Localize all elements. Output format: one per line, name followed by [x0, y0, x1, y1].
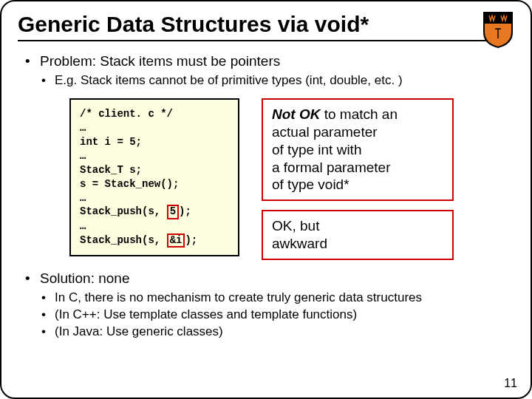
code-highlight-5: 5 [167, 205, 179, 219]
princeton-shield-icon [482, 10, 514, 49]
slide-frame: Generic Data Structures via void* Proble… [0, 0, 532, 399]
code-line: Stack_push(s, [80, 234, 167, 246]
note-text: awkward [272, 236, 327, 251]
note-text: of type void* [272, 177, 349, 192]
slide-body: Problem: Stack items must be pointers E.… [1, 46, 531, 339]
bullet-problem-sub: E.g. Stack items cannot be of primitive … [40, 72, 511, 88]
bullet-solution-sub: In C, there is no mechanism to create tr… [40, 290, 511, 305]
code-highlight-ampi: &i [167, 233, 185, 248]
problem-heading: Problem: Stack items must be pointers [40, 53, 280, 69]
bullet-solution-sub: (In C++: Use template classes and templa… [40, 307, 511, 322]
example-row: /* client. c */ … int i = 5; … Stack_T s… [69, 98, 511, 259]
bullet-solution: Solution: none In C, there is no mechani… [25, 270, 511, 340]
note-text: of type int with [272, 142, 361, 157]
note-text: actual parameter [272, 124, 378, 140]
note-not-ok: Not OK to match an actual parameter of t… [262, 98, 454, 201]
code-line: … [80, 220, 86, 232]
bullet-problem: Problem: Stack items must be pointers E.… [25, 53, 511, 260]
code-line: int i = 5; [80, 136, 142, 148]
code-line: Stack_push(s, [80, 205, 167, 217]
solution-heading: Solution: none [40, 270, 130, 286]
code-line: … [80, 150, 86, 162]
code-line: ); [179, 205, 191, 217]
note-text: a formal parameter [272, 160, 391, 175]
code-line: Stack_T s; [80, 164, 142, 176]
svg-rect-0 [485, 13, 511, 24]
title-underline [18, 40, 491, 41]
note-text: OK, but [272, 218, 319, 233]
code-line: … [80, 192, 86, 204]
note-text: to match an [320, 106, 398, 122]
bullet-solution-sub: (In Java: Use generic classes) [40, 324, 511, 339]
code-box: /* client. c */ … int i = 5; … Stack_T s… [69, 98, 239, 256]
note-emph: Not OK [272, 106, 320, 122]
slide-title: Generic Data Structures via void* [18, 12, 514, 37]
code-line: /* client. c */ [80, 108, 173, 120]
title-area: Generic Data Structures via void* [1, 1, 531, 46]
code-line: s = Stack_new(); [80, 178, 179, 190]
note-stack: Not OK to match an actual parameter of t… [262, 98, 454, 259]
code-line: … [80, 122, 86, 134]
note-ok-awkward: OK, but awkward [262, 210, 454, 260]
code-line: ); [185, 234, 197, 246]
page-number: 11 [504, 377, 517, 390]
